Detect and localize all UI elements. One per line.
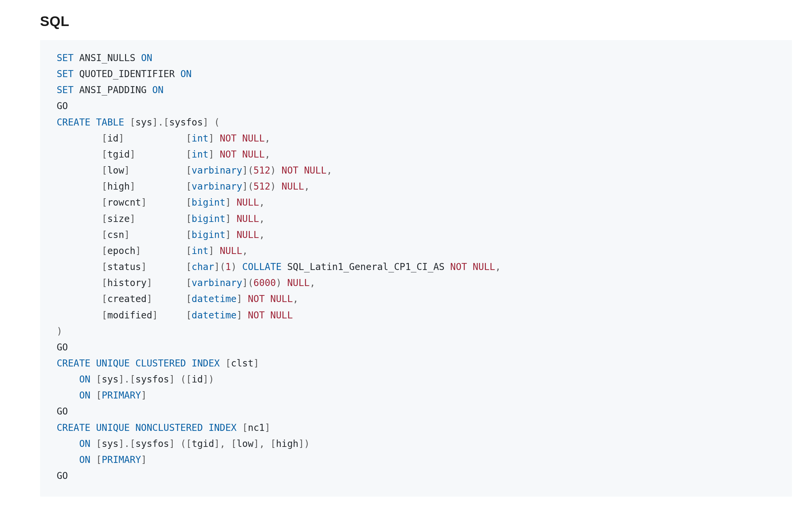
sql-code: SET ANSI_NULLS ON SET QUOTED_IDENTIFIER … bbox=[57, 50, 775, 484]
page-container: SQL SET ANSI_NULLS ON SET QUOTED_IDENTIF… bbox=[0, 0, 812, 523]
section-heading-sql: SQL bbox=[40, 13, 792, 29]
sql-code-block: SET ANSI_NULLS ON SET QUOTED_IDENTIFIER … bbox=[40, 40, 792, 497]
